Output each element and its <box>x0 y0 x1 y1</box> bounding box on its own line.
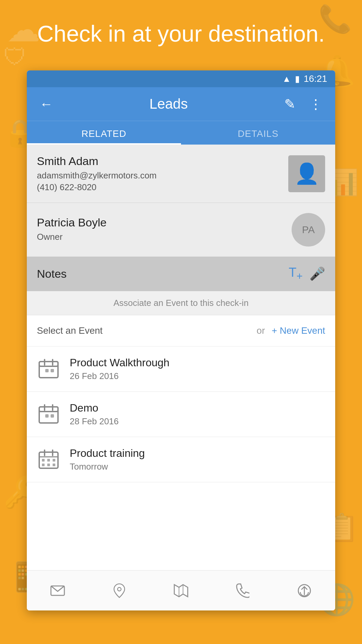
svg-rect-19 <box>47 459 50 462</box>
svg-rect-22 <box>47 464 50 466</box>
svg-rect-20 <box>53 459 55 462</box>
event-item-training[interactable]: Product training Tomorrow <box>27 437 335 482</box>
svg-rect-21 <box>42 464 45 466</box>
event-item-product-walkthrough[interactable]: Product Walkthrough 26 Feb 2016 <box>27 346 335 392</box>
svg-rect-12 <box>45 414 49 418</box>
svg-rect-8 <box>39 407 58 412</box>
event-info-training: Product training Tomorrow <box>70 447 325 472</box>
app-bar: ← Leads ✎ ⋮ <box>27 87 335 121</box>
calendar-icon-walkthrough <box>37 357 60 381</box>
tab-related[interactable]: RELATED <box>27 121 181 145</box>
event-date-demo: 28 Feb 2016 <box>70 416 325 427</box>
calendar-icon-demo <box>37 402 60 426</box>
svg-rect-13 <box>51 414 54 418</box>
event-name-demo: Demo <box>70 402 325 414</box>
back-button[interactable]: ← <box>36 93 56 115</box>
select-event-label: Select an Event <box>37 325 250 336</box>
event-date-walkthrough: 26 Feb 2016 <box>70 371 325 381</box>
notes-bar: Notes T+ 🎤 <box>27 257 335 291</box>
more-button[interactable]: ⋮ <box>306 93 326 115</box>
contact-phone-smith: (410) 622-8020 <box>37 182 282 193</box>
contact-info-patricia: Patricia Boyle Owner <box>37 216 285 244</box>
phone-frame: ▲ ▮ 16:21 ← Leads ✎ ⋮ RELATED DETAILS Sm… <box>27 70 335 610</box>
notes-title: Notes <box>37 267 67 280</box>
contact-role-patricia: Owner <box>37 232 285 242</box>
status-bar: ▲ ▮ 16:21 <box>27 70 335 87</box>
contact-card-patricia[interactable]: Patricia Boyle Owner PA <box>27 203 335 257</box>
edit-button[interactable]: ✎ <box>281 93 299 115</box>
contact-name-patricia: Patricia Boyle <box>37 216 285 229</box>
event-info-walkthrough: Product Walkthrough 26 Feb 2016 <box>70 357 325 381</box>
svg-marker-26 <box>174 585 188 597</box>
svg-rect-23 <box>53 464 55 466</box>
avatar-patricia: PA <box>292 213 325 247</box>
voice-note-button[interactable]: 🎤 <box>309 266 325 281</box>
share-button[interactable] <box>291 577 318 604</box>
contact-card-smith[interactable]: Smith Adam adamsmith@zylkermotors.com (4… <box>27 145 335 203</box>
associate-bar: Associate an Event to this check-in <box>27 291 335 315</box>
event-date-training: Tomorrow <box>70 462 325 472</box>
bottom-bar <box>27 570 335 610</box>
avatar-smith: 👤 <box>288 155 325 192</box>
svg-rect-5 <box>45 369 49 372</box>
location-button[interactable] <box>106 577 133 604</box>
svg-rect-18 <box>42 459 45 462</box>
new-event-button[interactable]: + New Event <box>272 325 325 336</box>
text-note-button[interactable]: T+ <box>289 265 303 282</box>
event-name-walkthrough: Product Walkthrough <box>70 357 325 369</box>
contact-email-smith: adamsmith@zylkermotors.com <box>37 170 282 181</box>
calendar-icon-training <box>37 448 60 471</box>
person-icon: 👤 <box>294 162 319 185</box>
page-header-text: Check in at your destination. <box>0 0 362 68</box>
event-item-demo[interactable]: Demo 28 Feb 2016 <box>27 392 335 437</box>
phone-button[interactable] <box>229 577 256 604</box>
map-button[interactable] <box>168 577 194 604</box>
event-name-training: Product training <box>70 447 325 460</box>
status-time: 16:21 <box>304 73 327 84</box>
event-select-row: Select an Event or + New Event <box>27 315 335 346</box>
wifi-icon: ▲ <box>282 74 291 84</box>
contact-info-smith: Smith Adam adamsmith@zylkermotors.com (4… <box>37 155 282 193</box>
svg-rect-1 <box>39 362 58 366</box>
event-info-demo: Demo 28 Feb 2016 <box>70 402 325 427</box>
tab-bar: RELATED DETAILS <box>27 121 335 145</box>
contact-name-smith: Smith Adam <box>37 155 282 168</box>
or-text: or <box>257 325 265 336</box>
svg-rect-6 <box>51 369 54 372</box>
tab-details[interactable]: DETAILS <box>181 121 335 145</box>
app-bar-title: Leads <box>63 96 274 112</box>
event-list: Product Walkthrough 26 Feb 2016 Demo <box>27 346 335 482</box>
notes-actions: T+ 🎤 <box>289 265 325 282</box>
battery-icon: ▮ <box>295 74 300 84</box>
email-button[interactable] <box>44 577 71 604</box>
